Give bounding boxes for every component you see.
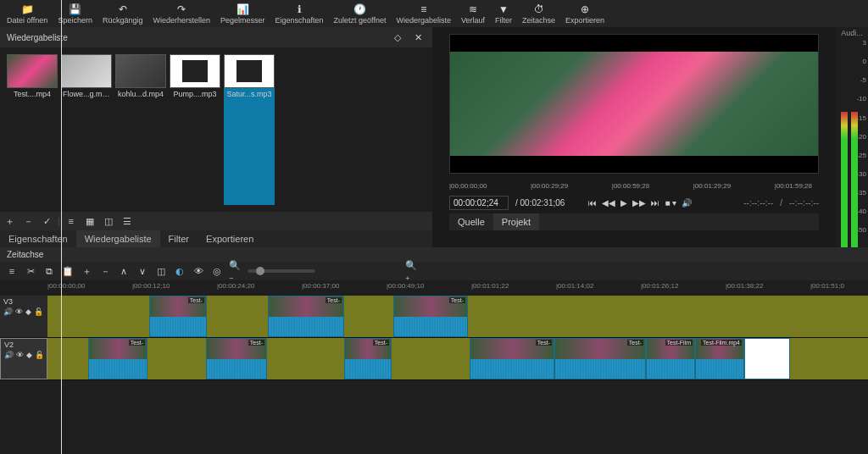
tl-cut-icon[interactable]: ✂ — [24, 264, 37, 278]
grid-icon[interactable]: ▦ — [82, 213, 97, 229]
tab-filter[interactable]: Filter — [160, 230, 198, 247]
timeline-clip[interactable] — [88, 338, 147, 379]
audio-bar-left — [841, 112, 848, 247]
ruler-tick: |00:01:59;28 — [775, 182, 812, 190]
clip-video-thumb — [470, 339, 554, 359]
timeline-clip[interactable] — [695, 338, 744, 379]
src-tab-projekt[interactable]: Projekt — [493, 213, 539, 230]
track-body[interactable] — [47, 338, 868, 379]
timeline-toolbar: ≡ ✂ ⧉ 📋 ＋ － ∧ ∨ ◫ ◐ 👁 ◎ 🔍₋ 🔍₊ — [0, 262, 868, 280]
add-icon[interactable]: ＋ — [2, 213, 17, 229]
wiederherstellen-icon: ↷ — [175, 3, 187, 15]
tab-eigenschaften[interactable]: Eigenschaften — [0, 230, 76, 247]
tl-zoom-in-icon[interactable]: 🔍₊ — [405, 264, 419, 278]
tl-paste-icon[interactable]: 📋 — [61, 264, 75, 278]
tl-split-icon[interactable]: ◫ — [154, 264, 168, 278]
track-lock-icon[interactable]: 🔓 — [34, 307, 43, 316]
timeline-clip[interactable] — [554, 338, 646, 379]
tl-menu-icon[interactable]: ≡ — [5, 264, 19, 278]
clip-video-thumb — [394, 296, 467, 317]
track-key-icon[interactable]: ◆ — [25, 307, 31, 316]
timeline-tick: |00:00:49;10 — [387, 282, 424, 290]
playlist-item[interactable]: Test....mp4 — [7, 54, 58, 205]
audio-scale-label: 3 — [863, 39, 866, 47]
tl-eye-icon[interactable]: 👁 — [192, 264, 205, 278]
track-volume-icon[interactable]: 🔊 — [3, 307, 13, 316]
volume-icon[interactable]: 🔊 — [682, 198, 692, 208]
check-icon[interactable]: ✓ — [39, 213, 54, 229]
tl-target-icon[interactable]: ◎ — [210, 264, 224, 278]
track-body[interactable] — [47, 296, 868, 337]
playlist-item[interactable]: Pump....mp3 — [170, 54, 220, 205]
remove-icon[interactable]: － — [20, 213, 36, 229]
timeline-clip[interactable] — [646, 338, 695, 379]
tool-verlauf[interactable]: ≋Verlauf — [461, 3, 485, 25]
preview-ruler[interactable]: |00;00:00;00|00:00:29;29|00:00:59;28|00:… — [449, 179, 819, 192]
tab-wiedergabeliste[interactable]: Wiedergabeliste — [76, 230, 160, 247]
list-icon[interactable]: ☰ — [120, 213, 135, 229]
playlist-item[interactable]: Satur...s.mp3 — [224, 54, 275, 205]
columns-icon[interactable]: ◫ — [101, 213, 116, 229]
audio-meter-panel: Audi... 30-5-10-15-20-25-30-35-40-50 — [836, 27, 868, 247]
ruler-tick: |00:01:29;29 — [693, 182, 731, 190]
tool-eigenschaften[interactable]: ℹEigenschaften — [275, 3, 324, 25]
tl-add-icon[interactable]: ＋ — [80, 264, 93, 278]
clip-video-thumb — [647, 339, 694, 359]
tool-exportieren[interactable]: ⊕Exportieren — [565, 3, 604, 25]
tool-datei-öffnen[interactable]: 📁Datei öffnen — [7, 3, 47, 25]
play-icon[interactable]: ▶ — [620, 198, 627, 208]
track-eye-icon[interactable]: 👁 — [15, 307, 23, 316]
tool-zuletzt-geöffnet[interactable]: 🕐Zuletzt geöffnet — [334, 3, 387, 25]
preview-image[interactable] — [449, 34, 819, 174]
clip-audio-wave — [207, 359, 266, 379]
out-point-label: --:--:--:-- — [789, 198, 819, 208]
tab-exportieren[interactable]: Exportieren — [198, 230, 262, 247]
rewind-icon[interactable]: ◀◀ — [602, 198, 615, 208]
timeline-clip[interactable] — [744, 338, 790, 379]
tool-wiederherstellen[interactable]: ↷Wiederherstellen — [153, 3, 210, 25]
timeline-ruler[interactable]: |00:00:00;00|00:00:12;10|00:00:24;20|00:… — [47, 280, 868, 296]
track-eye-icon[interactable]: 👁 — [16, 351, 24, 359]
forward-icon[interactable]: ▶▶ — [632, 198, 646, 208]
tl-snap-icon[interactable]: ◐ — [173, 264, 186, 278]
timeline-clip[interactable] — [206, 338, 267, 379]
timeline-clip[interactable] — [470, 338, 554, 379]
track-volume-icon[interactable]: 🔊 — [4, 351, 14, 359]
tl-remove-icon[interactable]: － — [98, 264, 112, 278]
tool-rückgängig[interactable]: ↶Rückgängig — [103, 3, 143, 25]
thumbnail-label: Test....mp4 — [7, 88, 58, 100]
zoom-slider[interactable] — [248, 269, 315, 273]
timecode-input[interactable] — [449, 196, 509, 210]
timeline-clip[interactable] — [268, 296, 344, 337]
track-header[interactable]: V2🔊👁◆🔓 — [0, 338, 47, 379]
skip-end-icon[interactable]: ⏭ — [651, 198, 659, 208]
playlist-item[interactable]: kohlu...d.mp4 — [115, 54, 166, 205]
timeline-tick: |00:01:38;22 — [726, 282, 763, 290]
tool-filter[interactable]: ▼Filter — [495, 3, 512, 25]
src-tab-quelle[interactable]: Quelle — [449, 213, 493, 230]
track-key-icon[interactable]: ◆ — [26, 351, 32, 359]
timeline-clip[interactable] — [393, 296, 468, 337]
tl-copy-icon[interactable]: ⧉ — [42, 264, 56, 278]
menu-icon[interactable]: ≡ — [64, 213, 79, 229]
playlist-close-icon[interactable]: ✕ — [410, 30, 426, 45]
stop-icon[interactable]: ■ ▾ — [665, 198, 676, 208]
track-lock-icon[interactable]: 🔓 — [35, 351, 44, 359]
tl-down-icon[interactable]: ∨ — [136, 264, 149, 278]
clip-audio-wave — [555, 359, 645, 379]
tl-zoom-out-icon[interactable]: 🔍₋ — [229, 264, 242, 278]
tool-wiedergabeliste[interactable]: ≡Wiedergabeliste — [396, 3, 451, 25]
tl-up-icon[interactable]: ∧ — [117, 264, 131, 278]
pegelmesser-icon: 📊 — [236, 3, 248, 15]
skip-start-icon[interactable]: ⏮ — [588, 198, 597, 208]
tool-pegelmesser[interactable]: 📊Pegelmesser — [220, 3, 265, 25]
playlist-item[interactable]: Flowe...g.mp4 — [61, 54, 112, 205]
playhead[interactable] — [61, 0, 62, 454]
timeline-clip[interactable] — [149, 296, 207, 337]
tool-zeitachse[interactable]: ⏱Zeitachse — [522, 3, 555, 25]
track-header[interactable]: V3🔊👁◆🔓 — [0, 296, 47, 337]
tool-speichern[interactable]: 💾Speichern — [58, 3, 92, 25]
playlist-detach-icon[interactable]: ◇ — [390, 30, 405, 45]
timeline-tick: |00:00:00;00 — [47, 282, 85, 290]
timeline-clip[interactable] — [344, 338, 392, 379]
